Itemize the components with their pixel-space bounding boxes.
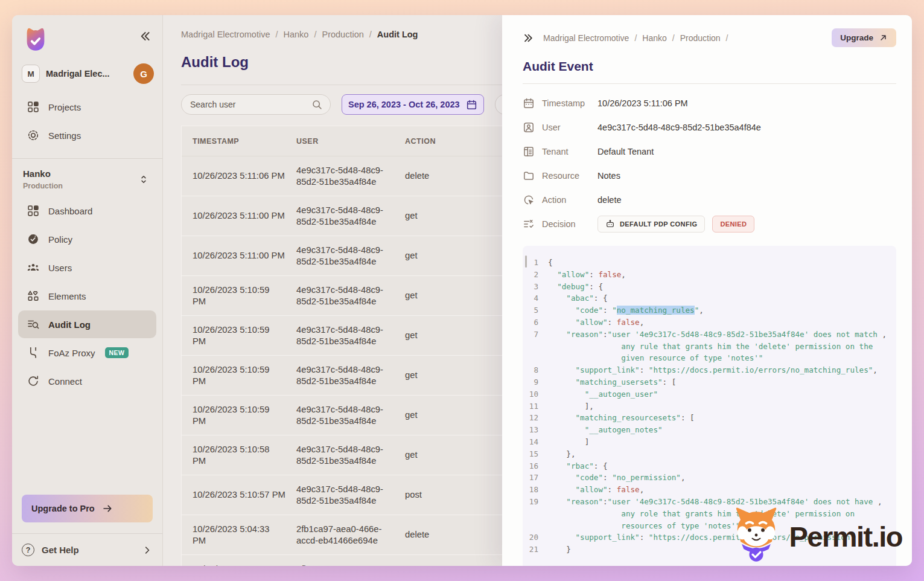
decision-icon (523, 218, 535, 230)
new-badge: NEW (105, 347, 129, 358)
app-window: M Madrigal Elec... G ProjectsSettings Ha… (12, 15, 912, 566)
breadcrumb-item[interactable]: Production (680, 33, 721, 43)
org-initial-badge: M (22, 65, 40, 83)
sidebar-collapse-icon[interactable] (138, 30, 151, 43)
cell-timestamp: 10/26/2023 5:10:59 PM (182, 318, 296, 353)
search-input[interactable] (190, 100, 311, 109)
upgrade-label: Upgrade (840, 33, 873, 42)
calendar-icon (466, 99, 477, 111)
date-range-button[interactable]: Sep 26, 2023 - Oct 26, 2023 (342, 94, 484, 115)
sidebar-item-settings[interactable]: Settings (18, 121, 156, 149)
sidebar-item-elements[interactable]: Elements (18, 282, 156, 310)
cell-user: 2fb1ca97-aea0-466e- accd-eb41466e694e (296, 518, 405, 553)
code-line: 4 "abac": { (523, 292, 891, 304)
sidebar-item-foaz-proxy[interactable]: FoAz ProxyNEW (18, 339, 156, 367)
cell-timestamp: 10/26/2023 5:11:00 PM (182, 244, 296, 268)
decision-chips: DEFAULT PDP CONFIGDENIED (597, 216, 754, 233)
cell-user: 4e9c317c-5d48-48c9- 85d2-51be35a4f84e (296, 159, 405, 194)
arrow-right-icon (102, 503, 113, 514)
event-field-decision: DecisionDEFAULT PDP CONFIGDENIED (523, 212, 896, 236)
cell-user: 4e9c317c-5d48-48c9- 85d2-51be35a4f84e (296, 278, 405, 313)
event-field-resource: ResourceNotes (523, 164, 896, 188)
sidebar-nav-main: DashboardPolicyUsersElementsAudit LogFoA… (12, 196, 162, 396)
sidebar-item-label: Policy (48, 234, 72, 245)
drawer-divider (523, 83, 896, 84)
cell-timestamp: 10/26/2023 5:10:58 PM (182, 438, 296, 473)
column-header-timestamp[interactable]: TIMESTAMP (182, 137, 296, 146)
users-icon (27, 261, 40, 274)
elements-icon (27, 289, 40, 303)
org-name: Madrigal Elec... (46, 69, 127, 79)
sidebar-item-connect[interactable]: Connect (18, 367, 156, 395)
breadcrumb-item[interactable]: Hanko (642, 33, 666, 43)
sidebar-item-label: Dashboard (48, 206, 92, 216)
cell-timestamp: 10/26/2023 5:11:00 PM (182, 204, 296, 228)
breadcrumb-item[interactable]: Madrigal Electromotive (181, 30, 270, 39)
code-line: 18 "allow": false, (523, 484, 891, 496)
chevron-right-icon (142, 545, 153, 556)
search-input-wrapper (181, 94, 331, 115)
code-line: 16 "rbac": { (523, 460, 891, 472)
upgrade-button[interactable]: Upgrade (832, 28, 896, 47)
column-header-user[interactable]: USER (296, 137, 405, 146)
sidebar-item-policy[interactable]: Policy (18, 225, 156, 253)
proxy-icon (27, 346, 40, 359)
field-label: Resource (542, 171, 590, 181)
code-line: 7 "reason":"user '4e9c317c-5d48-48c9-85d… (523, 329, 891, 341)
permit-logo-icon[interactable] (22, 25, 49, 53)
permit-io-watermark: Permit.io (728, 505, 902, 568)
user-avatar[interactable]: G (133, 63, 154, 84)
breadcrumb-item: Audit Log (377, 30, 418, 39)
help-icon: ? (22, 544, 34, 556)
sidebar-item-projects[interactable]: Projects (18, 93, 156, 121)
field-label: Action (542, 195, 590, 205)
cell-timestamp: 10/26/2023 5:04:33 PM (182, 518, 296, 553)
permit-dog-logo-icon (728, 505, 784, 568)
code-line: 5 "code": "no_matching_rules", (523, 304, 891, 316)
code-line: any rule that grants him the 'delete' pe… (523, 341, 891, 353)
cell-user: 4e9c317c-5d48-48c9- 85d2-51be35a4f84e (296, 438, 405, 473)
drawer-collapse-icon[interactable] (523, 32, 535, 44)
cell-user: 4e9c317c-5d48-48c9- 85d2-51be35a4f84e (296, 239, 405, 274)
sidebar-header (12, 15, 162, 53)
get-help-item[interactable]: ? Get Help (12, 533, 162, 566)
upgrade-to-pro-button[interactable]: Upgrade to Pro (22, 495, 153, 522)
code-line: 12 "matching_resourcesets": [ (523, 412, 891, 424)
event-field-tenant: TenantDefault Tenant (523, 140, 896, 164)
field-label: Decision (542, 219, 590, 229)
grid-icon (27, 100, 40, 114)
drawer-breadcrumb: Madrigal Electromotive/Hanko/Production/ (543, 33, 728, 43)
code-line: 11 ], (523, 400, 891, 412)
field-value: 4e9c317c-5d48-48c9-85d2-51be35a4f84e (597, 123, 761, 132)
sidebar: M Madrigal Elec... G ProjectsSettings Ha… (12, 15, 163, 566)
sidebar-item-users[interactable]: Users (18, 254, 156, 281)
audit-log-icon (27, 318, 40, 331)
project-switcher[interactable]: Hanko Production (12, 159, 162, 196)
cell-user: 4e9c317c-5d48-48c9- 85d2-51be35a4f84e (296, 478, 405, 513)
breadcrumb-item[interactable]: Production (322, 30, 363, 39)
unfold-icon (138, 174, 149, 185)
breadcrumb-separator: / (369, 30, 372, 39)
denied-badge: DENIED (712, 216, 754, 233)
sidebar-item-audit-log[interactable]: Audit Log (18, 310, 156, 338)
org-switcher[interactable]: M Madrigal Elec... G (22, 63, 154, 84)
sidebar-spacer (12, 396, 162, 495)
breadcrumb-item[interactable]: Madrigal Electromotive (543, 33, 629, 43)
code-scrollbar[interactable] (525, 255, 527, 268)
environment-name: Production (23, 182, 63, 190)
code-line: given resource of type 'notes'" (523, 352, 891, 364)
code-line: 8 "support_link": "https://docs.permit.i… (523, 364, 891, 376)
grid-icon (27, 204, 40, 217)
connect-icon (27, 374, 40, 388)
sidebar-item-dashboard[interactable]: Dashboard (18, 197, 156, 225)
cell-timestamp: 10/26/2023 5:10:59 PM (182, 278, 296, 313)
breadcrumb-item[interactable]: Hanko (284, 30, 309, 39)
sidebar-item-label: Projects (48, 102, 81, 112)
code-line: 10 "__autogen_user" (523, 388, 891, 400)
sidebar-item-label: Users (48, 263, 72, 273)
breadcrumb-separator: / (314, 30, 316, 39)
pdp-config-chip[interactable]: DEFAULT PDP CONFIG (597, 216, 705, 233)
desktop-background: M Madrigal Elec... G ProjectsSettings Ha… (0, 0, 924, 581)
folder-icon (523, 170, 535, 182)
code-line: 3 "debug": { (523, 281, 891, 293)
